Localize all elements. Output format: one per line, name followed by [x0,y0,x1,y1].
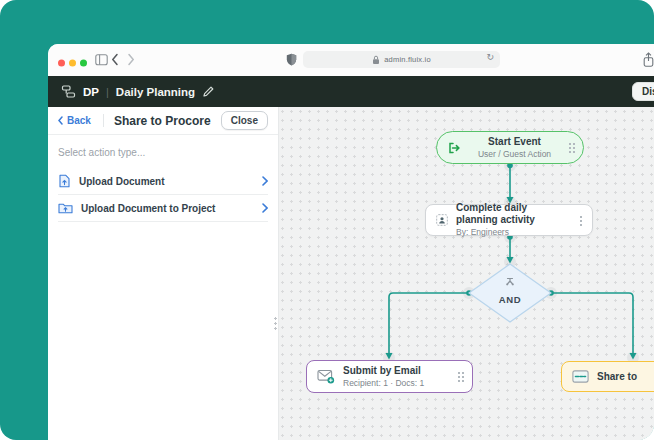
ftp-share-icon [572,370,589,383]
back-icon[interactable] [111,53,119,66]
edit-pencil-icon[interactable] [202,85,215,98]
shield-icon[interactable] [286,53,297,67]
drag-handle-icon[interactable] [579,215,584,226]
node-submit-by-email[interactable]: Submit by Email Recipient: 1 · Docs: 1 [306,360,473,393]
panel-title: Share to Procore [114,114,211,128]
back-button[interactable]: Back [58,115,91,126]
close-button[interactable]: Close [221,111,268,130]
chevron-right-icon [262,176,268,186]
close-window-button[interactable] [58,59,65,66]
action-row-upload-document-to-project[interactable]: Upload Document to Project [58,195,268,222]
chevron-right-icon [262,203,268,213]
workspace-initials: DP [83,86,99,98]
gateway-label: AND [482,294,538,305]
teal-background: admin.fluix.io ↻ DP | Daily Planning Di [0,0,654,440]
refresh-icon[interactable]: ↻ [486,52,494,62]
action-label: Upload Document to Project [81,203,254,214]
node-title: Submit by Email [343,365,424,377]
action-type-hint: Select action type... [58,147,268,158]
user-task-icon [436,212,448,228]
discard-button[interactable]: Discard [632,82,654,101]
node-complete-activity[interactable]: Complete daily planning activity By: Eng… [425,204,593,236]
upload-document-icon [58,174,71,188]
app-header: DP | Daily Planning Discard [48,76,654,107]
start-event-icon [447,141,461,155]
chevron-left-icon [58,116,63,125]
back-label: Back [67,115,91,126]
maximize-window-button[interactable] [80,59,87,66]
workflow-title: Daily Planning [116,86,195,98]
divider [103,114,104,127]
address-bar[interactable]: admin.fluix.io ↻ [303,51,500,68]
minimize-window-button[interactable] [69,59,76,66]
url-text: admin.fluix.io [384,55,431,64]
fluix-logo-icon [61,84,76,99]
share-icon[interactable] [642,52,654,68]
node-title: Complete daily planning activity [456,202,571,226]
drag-handle-icon[interactable] [457,371,464,382]
panel-resize-handle[interactable] [274,316,277,331]
panel-body: Select action type... Upload Document [48,135,278,222]
gateway-and[interactable]: AND [482,275,538,305]
connector-gateway-email [389,293,469,353]
drag-handle-icon[interactable] [568,142,575,153]
action-panel: Back Share to Procore Close Select actio… [48,107,279,440]
action-label: Upload Document [79,176,254,187]
upload-folder-icon [58,202,73,214]
browser-window: admin.fluix.io ↻ DP | Daily Planning Di [48,44,654,440]
workflow-canvas[interactable]: Start Event User / Guest Action Complete… [278,107,654,440]
node-subtitle: Recipient: 1 · Docs: 1 [343,378,424,388]
node-share-to[interactable]: Share to [561,361,654,392]
action-row-upload-document[interactable]: Upload Document [58,168,268,195]
browser-chrome: admin.fluix.io ↻ [48,44,654,77]
email-icon [317,369,335,384]
connector-gateway-share [551,293,633,353]
node-title: Share to [597,371,637,383]
forward-icon[interactable] [127,53,135,66]
panel-header: Back Share to Procore Close [48,107,278,135]
node-subtitle: By: Engineers [456,227,571,237]
node-start-event[interactable]: Start Event User / Guest Action [436,131,584,164]
node-subtitle: User / Guest Action [478,149,551,159]
node-title: Start Event [488,136,541,148]
lock-icon [372,55,380,65]
sidebar-toggle-icon[interactable] [95,54,108,66]
split-branch-icon [503,277,517,289]
header-separator: | [106,86,109,98]
